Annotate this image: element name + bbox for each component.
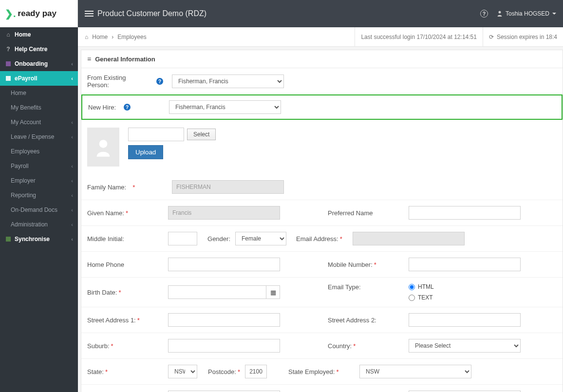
sidebar-item-home[interactable]: ⌂Home <box>0 27 78 42</box>
label-mobile: Mobile Number:* <box>328 261 404 268</box>
sidebar-item-label: Help Centre <box>15 46 47 53</box>
help-icon[interactable]: ? <box>124 104 131 111</box>
square-icon <box>6 61 11 66</box>
email-type-text[interactable]: TEXT <box>409 294 434 301</box>
sidebar-item-help-centre[interactable]: ?Help Centre <box>0 42 78 56</box>
square-icon <box>6 76 11 81</box>
sidebar-item-payroll[interactable]: Payroll‹ <box>0 159 78 173</box>
label-text: State: <box>87 368 104 375</box>
sidebar-item-administration[interactable]: Administration‹ <box>0 217 78 232</box>
general-information-panel: ≡ General Information From Existing Pers… <box>81 50 563 392</box>
suburb-input[interactable] <box>168 339 280 353</box>
label-text: Family Name: <box>87 184 126 191</box>
help-icon[interactable]: ? <box>480 10 488 18</box>
main-content: ⌂ Home › Employees Last successful login… <box>78 27 563 392</box>
label-text: State Employed: <box>288 368 335 375</box>
gender-select[interactable]: Female <box>235 232 286 245</box>
new-hire-select[interactable]: Fisherman, Francis <box>169 100 281 114</box>
state-employed-select[interactable]: NSW <box>359 365 471 378</box>
row-family-name: Family Name:* <box>81 174 563 200</box>
sidebar-item-ondemand-docs[interactable]: On-Demand Docs‹ <box>0 203 78 217</box>
sidebar-item-leave-expense[interactable]: Leave / Expense‹ <box>0 130 78 144</box>
row-street: Street Address 1:* Street Address 2: <box>81 307 563 333</box>
label-birth-date: Birth Date:* <box>87 289 163 296</box>
given-name-input <box>168 206 280 220</box>
row-given-preferred: Given Name:* Preferred Name <box>81 200 563 226</box>
label-new-hire: New Hire: ? <box>88 104 160 111</box>
sidebar-item-reporting[interactable]: Reporting‹ <box>0 188 78 203</box>
logo-mark-icon: ❯. <box>5 9 16 19</box>
user-menu[interactable]: Toshia HOGSED <box>497 10 556 17</box>
sidebar-item-synchronise[interactable]: Synchronise‹ <box>0 232 78 246</box>
label-street1: Street Address 1:* <box>87 317 163 324</box>
chevron-left-icon: ‹ <box>71 119 73 125</box>
sidebar-item-employees[interactable]: Employees <box>0 144 78 159</box>
select-file-button[interactable]: Select <box>187 129 216 140</box>
email-type-html[interactable]: HTML <box>409 283 434 290</box>
chevron-right-icon: › <box>112 34 113 40</box>
help-icon: ? <box>6 47 11 52</box>
mobile-input[interactable] <box>409 258 521 271</box>
row-state-postcode: State:* NSW Postcode:* State Employed:* … <box>81 359 563 385</box>
label-text: Email Address: <box>296 235 338 243</box>
sidebar-item-onboarding[interactable]: Onboarding‹ <box>0 56 78 71</box>
breadcrumb-current: Employees <box>117 34 146 40</box>
sidebar-item-my-account[interactable]: My Account‹ <box>0 115 78 130</box>
sidebar-item-label: My Benefits <box>11 104 41 111</box>
street1-input[interactable] <box>168 313 280 327</box>
sidebar-item-label: Employer <box>11 177 36 184</box>
home-icon: ⌂ <box>6 32 11 37</box>
sidebar-item-sub-home[interactable]: Home <box>0 86 78 100</box>
user-name: Toshia HOGSED <box>506 10 549 17</box>
list-icon: ≡ <box>87 55 91 63</box>
sidebar-item-employer[interactable]: Employer‹ <box>0 173 78 188</box>
file-name-input[interactable] <box>128 128 184 141</box>
label-given-name: Given Name:* <box>87 209 163 217</box>
chevron-left-icon: ‹ <box>71 61 73 67</box>
row-birth-emailtype: Birth Date:* ▦ Email Type: HTML TEXT <box>81 278 563 307</box>
state-select[interactable]: NSW <box>168 365 197 378</box>
home-phone-input[interactable] <box>168 258 280 271</box>
from-existing-select[interactable]: Fisherman, Francis <box>172 75 284 88</box>
label-state-employed: State Employed:* <box>288 368 355 375</box>
session-expiry-info: ⟳Session expires in 18:4 <box>483 27 563 46</box>
app-header: Product Customer Demo (RDZ) ? Toshia HOG… <box>78 0 563 27</box>
preferred-name-input[interactable] <box>409 206 521 220</box>
breadcrumb-home[interactable]: Home <box>92 34 108 40</box>
sidebar-item-label: ePayroll <box>15 75 38 82</box>
row-middle-gender-email: Middle Initial: Gender: Female Email Add… <box>81 226 563 252</box>
avatar-image <box>87 128 119 167</box>
panel-title: General Information <box>95 56 155 63</box>
menu-toggle-icon[interactable] <box>85 11 94 17</box>
sidebar-item-epayroll[interactable]: ePayroll‹ <box>0 71 78 86</box>
street2-input[interactable] <box>409 313 521 327</box>
sidebar-item-label: Home <box>11 90 26 96</box>
sidebar-item-label: Home <box>15 31 31 38</box>
label-text: Mobile Number: <box>328 261 373 268</box>
country-select[interactable]: Please Select <box>409 339 521 353</box>
radio-label: HTML <box>418 283 434 290</box>
chevron-left-icon: ‹ <box>71 75 73 81</box>
label-postcode: Postcode:* <box>202 368 240 375</box>
help-icon[interactable]: ? <box>156 78 163 85</box>
refresh-icon[interactable]: ⟳ <box>489 34 494 40</box>
label-suburb: Suburb:* <box>87 342 163 350</box>
label-home-phone: Home Phone <box>87 261 163 268</box>
calendar-icon[interactable]: ▦ <box>266 285 280 299</box>
radio-label: TEXT <box>418 294 433 301</box>
label-text: Given Name: <box>87 209 124 217</box>
email-input <box>353 232 465 245</box>
birth-date-input[interactable] <box>168 285 266 299</box>
radio-html[interactable] <box>409 284 415 290</box>
middle-initial-input[interactable] <box>168 232 197 245</box>
user-icon <box>497 10 503 17</box>
row-from-existing: From Existing Person: ? Fisherman, Franc… <box>81 68 563 95</box>
upload-button[interactable]: Upload <box>128 145 163 159</box>
square-icon <box>6 237 11 242</box>
chevron-down-icon <box>552 13 556 15</box>
postcode-input[interactable] <box>245 365 267 378</box>
label-email-type: Email Type: <box>328 283 404 291</box>
radio-text[interactable] <box>409 295 415 301</box>
label-street2: Street Address 2: <box>328 317 404 324</box>
sidebar-item-my-benefits[interactable]: My Benefits <box>0 100 78 115</box>
